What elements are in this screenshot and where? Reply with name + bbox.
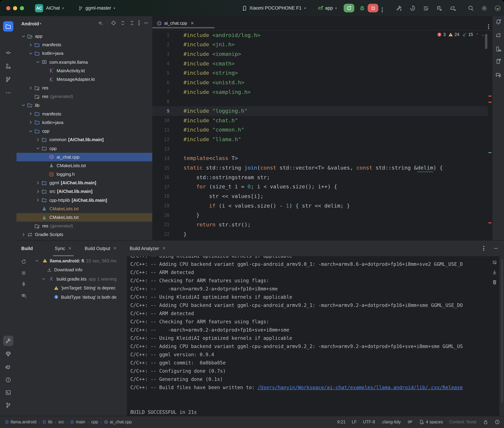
code-line-8[interactable]: 8 xyxy=(152,97,488,106)
tree-item-res[interactable]: res(generated) xyxy=(17,92,152,101)
collapse-all-icon[interactable] xyxy=(129,20,135,26)
tree-item-messageadapter-kt[interactable]: MessageAdapter.kt xyxy=(17,75,152,83)
tree-item-ai-chat-cpp[interactable]: C++ai_chat.cpp xyxy=(17,153,152,161)
settings-button[interactable] xyxy=(481,5,487,11)
scroll-to-end-icon[interactable] xyxy=(492,270,497,275)
tree-item-ggml[interactable]: ggml[AiChat.lib.main] xyxy=(17,179,152,187)
change-stripe-mark[interactable] xyxy=(488,152,491,153)
previous-problem-icon[interactable]: ⌃ xyxy=(476,33,479,36)
clang-tidy[interactable]: .clang-tidy xyxy=(381,420,401,425)
app-quality-insights-tool-button[interactable] xyxy=(3,349,13,359)
tree-item-common[interactable]: common[AiChat.lib.main] xyxy=(17,135,152,144)
tree-item-manifests[interactable]: manifests xyxy=(17,41,152,49)
tree-item-lib[interactable]: lib xyxy=(17,101,152,109)
code-line-23[interactable]: 23 xyxy=(152,239,488,240)
rerun-button[interactable] xyxy=(344,4,354,12)
tree-item-cpp[interactable]: cpp xyxy=(17,144,152,153)
indent-setting[interactable]: 4 spaces xyxy=(419,420,443,425)
code-line-16[interactable]: 16 std::ostringstream str; xyxy=(152,173,488,182)
tab-options-button[interactable] xyxy=(488,21,489,29)
close-window-button[interactable] xyxy=(6,6,10,10)
user-avatar[interactable] xyxy=(494,5,501,11)
tree-item-cmakelists-txt[interactable]: CMakeLists.txt xyxy=(17,161,152,170)
error-stripe-mark[interactable] xyxy=(488,222,491,223)
run-configuration-selector[interactable]: app ▾ xyxy=(317,5,337,11)
filter-eye-icon[interactable] xyxy=(21,293,26,298)
notifications-button[interactable] xyxy=(493,17,503,27)
unlock-icon[interactable] xyxy=(483,420,488,425)
error-count-group[interactable]: 3 xyxy=(437,32,446,37)
tree-item-cpp-httplib[interactable]: cpp-httplib[AiChat.lib.main] xyxy=(17,196,152,204)
build-tab-build-output[interactable]: Build Output✕ xyxy=(81,240,121,256)
tree-item-res[interactable]: res(generated) xyxy=(17,222,152,230)
build-project-button[interactable] xyxy=(396,5,402,11)
inspection-status-icon[interactable] xyxy=(494,420,500,425)
close-icon[interactable]: ✕ xyxy=(68,246,72,251)
pull-requests-tool-button[interactable] xyxy=(3,74,13,85)
code-line-3[interactable]: 3#include <iomanip> xyxy=(152,49,488,59)
code-line-14[interactable]: 14template<class T> xyxy=(152,154,488,163)
code-line-4[interactable]: 4#include <cmath> xyxy=(152,59,488,68)
build-tree-item[interactable]: build.gradle.ktsapp 1 warning xyxy=(31,274,127,283)
breadcrumb-item-main[interactable]: main xyxy=(70,420,85,425)
error-stripe[interactable] xyxy=(488,31,493,240)
tree-item-logging-h[interactable]: Hlogging.h xyxy=(17,170,152,179)
build-tool-button[interactable] xyxy=(3,336,13,346)
code-line-7[interactable]: 7#include <sampling.h> xyxy=(152,87,488,97)
close-icon[interactable]: ✕ xyxy=(162,246,166,251)
breadcrumb-item-llama-android[interactable]: llama.android xyxy=(5,420,36,425)
code-line-11[interactable]: 11#include "common.h" xyxy=(152,125,488,135)
code-line-19[interactable]: 19 if (i < values.size() - 1) { str << d… xyxy=(152,201,488,211)
code-line-21[interactable]: 21 return str.str(); xyxy=(152,220,488,229)
code-area[interactable]: 1#include <android/log.h>2#include <jni.… xyxy=(152,31,488,240)
formatter-icon[interactable] xyxy=(407,420,412,425)
version-control-tool-button[interactable] xyxy=(3,400,13,410)
code-line-5[interactable]: 5#include <string> xyxy=(152,68,488,78)
tree-item-src[interactable]: src[AiChat.lib.main] xyxy=(17,187,152,196)
search-everywhere-button[interactable] xyxy=(468,5,474,11)
stop-sync-icon[interactable] xyxy=(21,270,26,276)
gradle-sync-button[interactable] xyxy=(449,5,456,11)
code-line-12[interactable]: 12#include "llama.h" xyxy=(152,135,488,144)
build-tree-item[interactable]: BuildType 'debug' is both de xyxy=(31,293,127,302)
code-line-9[interactable]: 9#include "logging.h" xyxy=(152,106,488,116)
problems-tool-button[interactable] xyxy=(3,375,13,385)
tree-item-kotlin-java[interactable]: kotlin+java xyxy=(17,49,152,58)
passed-count-group[interactable]: 15 xyxy=(462,32,473,37)
build-tree-item[interactable]: Download info xyxy=(31,265,127,274)
refresh-sync-icon[interactable] xyxy=(21,259,26,264)
error-stripe-mark[interactable] xyxy=(488,102,491,103)
more-tool-windows-button[interactable] xyxy=(3,88,13,98)
tree-item-com-example-llama[interactable]: com.example.llama xyxy=(17,58,152,66)
project-view-selector[interactable]: Android xyxy=(21,21,39,26)
more-run-actions-button[interactable] xyxy=(382,4,383,12)
expand-all-icon[interactable] xyxy=(120,20,126,26)
tree-item-cmakelists-txt[interactable]: CMakeLists.txt xyxy=(17,205,152,213)
profiler-button[interactable]: A xyxy=(409,5,416,11)
tree-item-res[interactable]: res xyxy=(17,83,152,92)
code-line-17[interactable]: 17 for (size_t i = 0; i < values.size();… xyxy=(152,182,488,191)
hide-panel-icon[interactable] xyxy=(143,20,149,26)
hide-build-panel-icon[interactable] xyxy=(493,246,498,251)
inspections-widget[interactable]: 3 24 15 ⌃ ⌄ xyxy=(437,32,484,37)
minimize-window-button[interactable] xyxy=(13,6,17,10)
breadcrumb-item-src[interactable]: src xyxy=(59,420,64,425)
commit-tool-button[interactable] xyxy=(3,48,13,58)
zoom-window-button[interactable] xyxy=(20,6,24,10)
device-manager-tool-button[interactable] xyxy=(493,44,503,54)
build-tab-sync[interactable]: Sync✕ xyxy=(51,240,76,256)
build-analyzer-tasks-button[interactable] xyxy=(423,5,429,11)
pin-icon[interactable] xyxy=(21,281,26,287)
console-link[interactable]: /Users/hanyin/Workspace/ai-chat/examples… xyxy=(257,385,463,390)
line-ending[interactable]: LF xyxy=(352,420,357,425)
build-tree-item[interactable]: llama.android: fi22 sec, 583 ms xyxy=(31,256,127,265)
vertical-scrollbar[interactable] xyxy=(485,34,487,49)
gemini-tool-button[interactable] xyxy=(493,70,503,80)
logcat-tool-button[interactable] xyxy=(3,362,13,373)
breadcrumb-item-lib[interactable]: lib xyxy=(42,420,52,425)
branch-selector[interactable]: ggml-master ▾ xyxy=(78,6,115,11)
next-problem-icon[interactable]: ⌄ xyxy=(481,33,484,36)
stop-button[interactable] xyxy=(368,4,378,12)
code-line-13[interactable]: 13 xyxy=(152,144,488,154)
error-stripe-mark[interactable] xyxy=(488,96,491,97)
